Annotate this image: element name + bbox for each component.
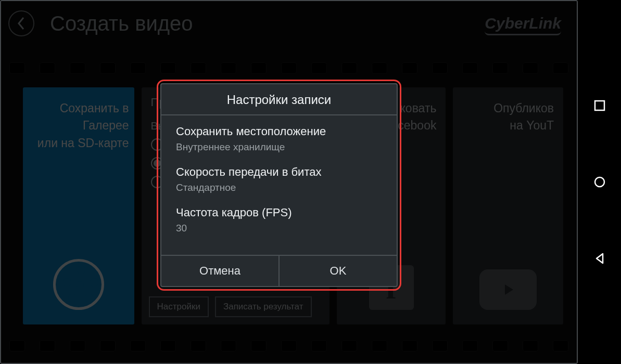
setting-label: Частота кадров (FPS) [176, 206, 382, 219]
setting-save-location[interactable]: Сохранить местоположение Внутреннее хран… [161, 119, 397, 159]
recording-settings-dialog: Настройки записи Сохранить местоположени… [160, 83, 398, 287]
ok-button[interactable]: OK [278, 256, 397, 286]
dialog-buttons: Отмена OK [161, 255, 397, 286]
dialog-items: Сохранить местоположение Внутреннее хран… [161, 115, 397, 255]
nav-back-button[interactable] [592, 251, 607, 266]
setting-value: Стандартное [176, 182, 382, 193]
dialog-highlight: Настройки записи Сохранить местоположени… [157, 80, 401, 291]
setting-label: Скорость передачи в битах [176, 165, 382, 179]
nav-home-button[interactable] [592, 175, 607, 189]
triangle-left-icon [593, 252, 606, 265]
svg-rect-0 [595, 101, 604, 110]
setting-fps[interactable]: Частота кадров (FPS) 30 [161, 200, 397, 240]
cancel-button[interactable]: Отмена [161, 256, 278, 286]
setting-value: Внутреннее хранилище [176, 141, 382, 153]
nav-recent-button[interactable] [592, 98, 607, 113]
square-icon [594, 100, 605, 111]
android-navbar [578, 0, 621, 364]
setting-label: Сохранить местоположение [176, 125, 382, 138]
svg-point-1 [595, 177, 604, 187]
setting-value: 30 [176, 223, 382, 234]
circle-icon [593, 176, 606, 188]
setting-bitrate[interactable]: Скорость передачи в битах Стандартное [161, 159, 397, 200]
dialog-title: Настройки записи [161, 84, 397, 115]
